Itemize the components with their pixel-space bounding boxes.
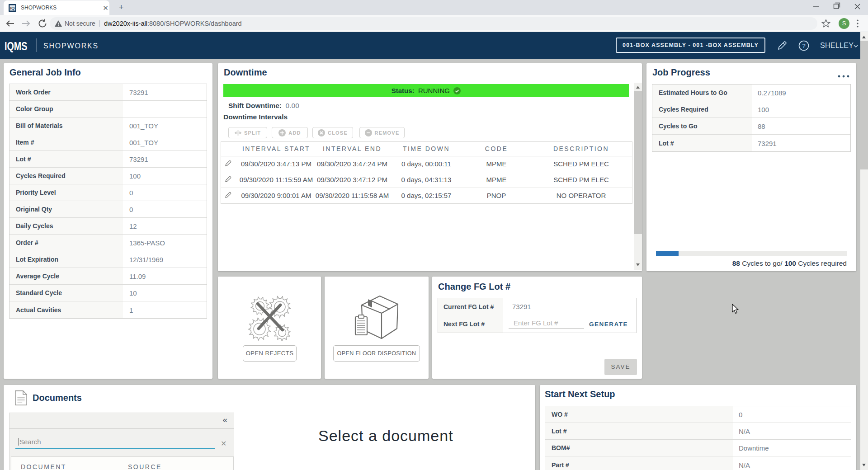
svg-text:?: ? — [802, 42, 805, 49]
